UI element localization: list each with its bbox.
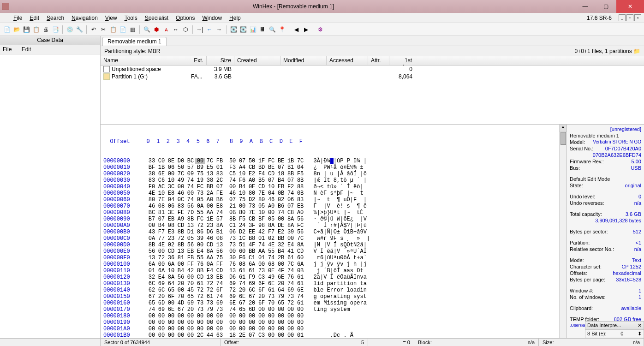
col-attr[interactable]: Attr. xyxy=(368,56,389,65)
disk1-icon[interactable]: 💽 xyxy=(229,25,238,34)
side-edit[interactable]: Edit xyxy=(22,46,31,53)
sidebar-header: Case Data xyxy=(0,36,100,45)
fwd-icon[interactable]: → xyxy=(215,25,223,34)
props-icon[interactable]: 📑 xyxy=(51,25,60,34)
tab-row: Removable medium 1 xyxy=(101,36,644,46)
save-icon[interactable]: 💾 xyxy=(22,25,30,34)
col-created[interactable]: Created xyxy=(234,56,280,65)
print-icon[interactable]: 🖨 xyxy=(42,25,50,34)
status-eq[interactable]: = 0 xyxy=(368,339,414,346)
menu-view[interactable]: View xyxy=(101,14,121,22)
replacehex-icon[interactable]: ⬡ xyxy=(181,25,190,34)
chart-icon[interactable]: 📊 xyxy=(249,25,257,34)
hex-view[interactable]: Offset 0 1 2 3 4 5 6 7 8 9 A B C D E F 0… xyxy=(101,125,559,338)
model-value: Verbatim STORE N GO xyxy=(593,139,641,145)
sidebar-body xyxy=(0,54,100,338)
scroll-thumb[interactable] xyxy=(561,132,566,145)
new-icon[interactable]: 📄 xyxy=(3,25,11,34)
file-icon xyxy=(103,73,110,80)
partition-style: Partitioning style: MBR xyxy=(104,48,160,54)
menu-edit[interactable]: Edit xyxy=(26,14,43,22)
file-icon xyxy=(103,66,110,72)
status-size[interactable]: Size:n/a xyxy=(539,339,644,346)
version-label: 17.6 SR-6 xyxy=(587,15,614,21)
cut-icon[interactable]: ✂ xyxy=(99,25,107,34)
titlebar: WinHex - [Removable medium 1] — ▢ ✕ xyxy=(0,0,644,13)
menu-options[interactable]: Options xyxy=(172,14,198,22)
mdi-close[interactable]: × xyxy=(634,14,641,21)
file-header: Name Ext. Size Created Modified Accessed… xyxy=(101,56,644,66)
replace-icon[interactable]: ↔ xyxy=(172,25,180,34)
info-panel: [unregistered] Removable medium 1 Model:… xyxy=(566,125,644,338)
copy-icon[interactable]: 📋 xyxy=(109,25,117,34)
mdi-restore[interactable]: ▫ xyxy=(626,14,633,21)
back-icon[interactable]: ← xyxy=(205,25,214,34)
hex-scrollbar[interactable]: ▲ xyxy=(559,125,566,338)
findhex-icon[interactable]: ⬢ xyxy=(152,25,161,34)
saveas-icon[interactable]: 📋 xyxy=(32,25,40,34)
disk2-icon[interactable]: 💽 xyxy=(239,25,247,34)
menu-window[interactable]: Window xyxy=(198,14,226,22)
first-icon[interactable]: →| xyxy=(196,25,204,34)
col-modified[interactable]: Modified xyxy=(280,56,327,65)
paste-icon[interactable]: 📄 xyxy=(119,25,127,34)
file-count[interactable]: 0+0+1 files, 1 partitions 📁 xyxy=(575,48,640,54)
calc-icon[interactable]: 🖩 xyxy=(258,25,267,34)
file-row[interactable]: Unpartitioned space3.9 MB0 xyxy=(101,66,644,73)
findtext-icon[interactable]: ᴀ xyxy=(162,25,170,34)
menu-tools[interactable]: Tools xyxy=(121,14,141,22)
side-file[interactable]: File xyxy=(3,46,12,53)
disk-label: Removable medium 1 xyxy=(570,133,619,139)
close-button[interactable]: ✕ xyxy=(616,0,644,13)
pos-icon[interactable]: 📍 xyxy=(278,25,286,34)
col-sector[interactable]: 1st sector▴ xyxy=(389,56,415,65)
maximize-button[interactable]: ▢ xyxy=(596,0,616,13)
undo-icon[interactable]: ↶ xyxy=(89,25,98,34)
menubar: FileEditSearchNavigationViewToolsSpecial… xyxy=(0,13,644,23)
partition-bar: Partitioning style: MBR 0+0+1 files, 1 p… xyxy=(101,46,644,56)
app-icon xyxy=(2,3,9,10)
col-size[interactable]: Size xyxy=(207,56,234,65)
doc-icon xyxy=(3,15,9,21)
menu-specialist[interactable]: Specialist xyxy=(141,14,172,22)
status-offset[interactable]: Offset:5 xyxy=(221,339,368,346)
file-row[interactable]: Partition 1 (G:)FA...3.6 GB8,064 xyxy=(101,73,644,80)
unregistered[interactable]: [unregistered] xyxy=(610,126,641,132)
settings-icon[interactable]: ⚙ xyxy=(316,25,324,34)
tab-disk[interactable]: Removable medium 1 xyxy=(102,37,167,46)
interp-close-icon[interactable]: ✕ xyxy=(638,322,642,328)
menu-search[interactable]: Search xyxy=(43,14,68,22)
status-bar: Sector 0 of 7634944 Offset:5 = 0 Block:n… xyxy=(0,338,644,346)
ram-icon[interactable]: 🔧 xyxy=(75,25,83,34)
status-block[interactable]: Block:n/a xyxy=(414,339,539,346)
prev-icon[interactable]: ◀ xyxy=(292,25,300,34)
opendisk-icon[interactable]: 💿 xyxy=(66,25,74,34)
col-name[interactable]: Name xyxy=(101,56,188,65)
window-buttons: — ▢ ✕ xyxy=(575,0,644,13)
find-icon[interactable]: 🔍 xyxy=(143,25,151,34)
menu-help[interactable]: Help xyxy=(226,14,244,22)
mdi-minimize[interactable]: _ xyxy=(619,14,626,21)
status-sector[interactable]: Sector 0 of 7634944 xyxy=(101,339,221,346)
sidebar-menu: File Edit xyxy=(0,45,100,54)
toolbar: 📄 📂 💾 📋 🖨 📑 💿 🔧 ↶ ✂ 📋 📄 ▦ 🔍 ⬢ ᴀ ↔ ⬡ →| ←… xyxy=(0,23,644,36)
menu-navigation[interactable]: Navigation xyxy=(68,14,101,22)
col-accessed[interactable]: Accessed xyxy=(327,56,368,65)
sidebar: Case Data File Edit xyxy=(0,36,101,338)
mdi-buttons: _ ▫ × xyxy=(619,14,641,21)
scroll-up-icon[interactable]: ▲ xyxy=(560,125,566,131)
next-icon[interactable]: ▶ xyxy=(302,25,310,34)
menu-file[interactable]: File xyxy=(10,14,26,22)
window-title: WinHex - [Removable medium 1] xyxy=(12,3,575,10)
data-interpreter[interactable]: Data Interpre...✕ 8 Bit (±):0⬍ xyxy=(585,321,644,338)
file-list[interactable]: Unpartitioned space3.9 MB0Partition 1 (G… xyxy=(101,66,644,125)
col-ext[interactable]: Ext. xyxy=(188,56,207,65)
nav-icon[interactable]: 🔍 xyxy=(268,25,276,34)
open-icon[interactable]: 📂 xyxy=(12,25,21,34)
minimize-button[interactable]: — xyxy=(575,0,596,13)
block-icon[interactable]: ▦ xyxy=(128,25,137,34)
